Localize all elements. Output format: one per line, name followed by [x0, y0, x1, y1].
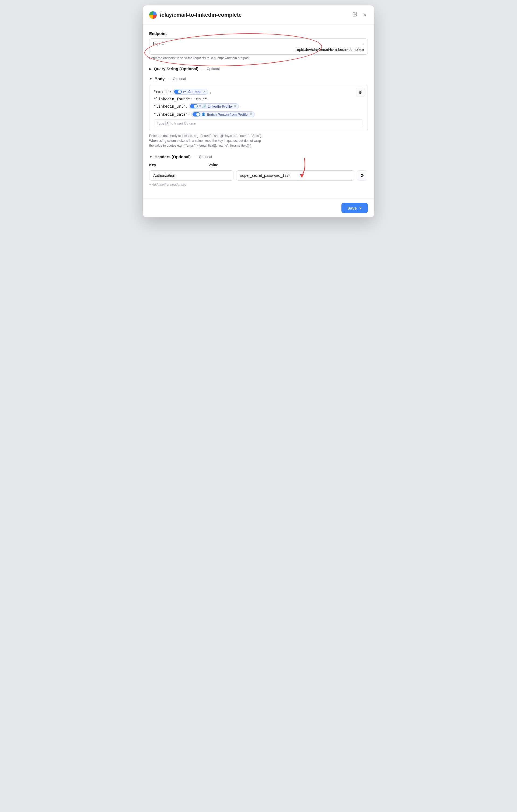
headers-key-col-label: Key — [149, 163, 206, 167]
body-key-email: "email": — [154, 90, 172, 94]
headers-header[interactable]: ▼ Headers (Optional) — Optional — [149, 154, 368, 159]
clay-logo-icon — [149, 11, 157, 19]
edit-icon[interactable] — [351, 11, 358, 19]
endpoint-dash: - — [362, 41, 364, 46]
linkedin-data-token-toggle[interactable] — [193, 112, 200, 116]
linkedin-url-token-link-icon: 🔗 — [202, 105, 206, 108]
endpoint-prefix: https:// — [153, 41, 165, 46]
body-email-suffix: , — [209, 90, 211, 94]
body-line-linkedin-found: "linkedin_found": "true", — [154, 97, 363, 101]
endpoint-input-box[interactable]: https:// - .replit.dev/clay/email-to-lin… — [149, 38, 368, 55]
body-hint: Enter the data body to include, e.g. {"e… — [149, 134, 368, 148]
email-token-pill[interactable]: ≔ @ Email ✕ — [173, 89, 208, 95]
email-token-toggle[interactable] — [174, 90, 182, 94]
email-token-close[interactable]: ✕ — [203, 90, 206, 94]
email-token-label: Email — [193, 90, 201, 94]
body-editor[interactable]: ⚙ "email": ≔ @ Email ✕ , "linkedin_found — [149, 85, 368, 131]
linkedin-data-token-close[interactable]: ✕ — [250, 113, 252, 116]
linkedin-url-token-label: LinkedIn Profile — [208, 105, 232, 109]
headers-row: ⚙ — [149, 170, 368, 180]
body-val-linkedin-found: "true", — [193, 97, 209, 101]
insert-column-row[interactable]: Type / to Insert Column — [154, 119, 363, 127]
linkedin-url-token-pill[interactable]: ⑂ 🔗 LinkedIn Profile ✕ — [189, 103, 239, 109]
endpoint-label: Endpoint — [149, 31, 368, 36]
body-title: Body — [155, 77, 165, 81]
linkedin-data-token-person-icon: 👤 — [201, 113, 206, 116]
modal-footer: Save ∨ — [143, 198, 374, 218]
body-settings-button[interactable]: ⚙ — [356, 88, 365, 97]
insert-column-type-label: Type — [157, 121, 164, 125]
body-line-email: "email": ≔ @ Email ✕ , — [154, 89, 363, 95]
headers-section: ▼ Headers (Optional) — Optional Key Valu… — [149, 154, 368, 186]
modal-header: /clay/email-to-linkedin-complete ✕ — [143, 5, 374, 25]
headers-bottom-hint: + Add another header key — [149, 183, 368, 186]
body-section: ▼ Body — Optional ⚙ "email": ≔ @ Email ✕ — [149, 77, 368, 148]
headers-col-labels: Key Value — [149, 163, 368, 169]
headers-badge: — Optional — [194, 155, 212, 159]
body-line-linkedin-url: "linkedin_url": ⑂ 🔗 LinkedIn Profile ✕ , — [154, 103, 363, 109]
email-token-at-icon: @ — [188, 90, 191, 94]
email-token-list-icon: ≔ — [183, 90, 186, 94]
query-string-header[interactable]: ▶ Query String (Optional) — Optional — [149, 66, 368, 71]
linkedin-url-token-close[interactable]: ✕ — [234, 105, 237, 108]
modal-body: Endpoint https:// - .replit.dev/clay/ema… — [143, 25, 374, 198]
headers-value-input[interactable] — [236, 170, 354, 180]
body-linkedin-url-suffix: , — [240, 104, 242, 109]
body-key-linkedin-data: "linkedin_data": — [154, 112, 190, 116]
close-icon[interactable]: ✕ — [362, 11, 368, 19]
modal-title: /clay/email-to-linkedin-complete — [160, 12, 348, 18]
headers-chevron-icon: ▼ — [149, 155, 153, 159]
endpoint-section: Endpoint https:// - .replit.dev/clay/ema… — [149, 31, 368, 60]
headers-key-input[interactable] — [149, 170, 234, 180]
insert-column-label: to Insert Column — [170, 121, 196, 125]
slash-key: / — [165, 121, 169, 126]
body-line-linkedin-data: "linkedin_data": 👤 Enrich Person from Pr… — [154, 111, 363, 117]
query-string-section: ▶ Query String (Optional) — Optional — [149, 66, 368, 71]
query-string-badge: — Optional — [202, 67, 220, 71]
endpoint-row-1: https:// - — [153, 41, 364, 46]
body-header[interactable]: ▼ Body — Optional — [149, 77, 368, 81]
body-chevron-icon: ▼ — [149, 77, 153, 81]
save-label: Save — [347, 206, 357, 210]
query-string-title: Query String (Optional) — [154, 66, 198, 71]
headers-title: Headers (Optional) — [155, 154, 191, 159]
save-button[interactable]: Save ∨ — [342, 203, 368, 213]
linkedin-data-token-label: Enrich Person from Profile — [207, 113, 248, 116]
linkedin-url-token-toggle[interactable] — [190, 104, 198, 109]
endpoint-row-2: .replit.dev/clay/email-to-linkedin-compl… — [153, 47, 364, 52]
linkedin-url-token-fork-icon: ⑂ — [199, 105, 201, 108]
body-key-linkedin-found: "linkedin_found": — [154, 97, 192, 101]
endpoint-wrapper: https:// - .replit.dev/clay/email-to-lin… — [149, 38, 368, 60]
save-chevron-icon: ∨ — [359, 206, 362, 210]
modal-container: /clay/email-to-linkedin-complete ✕ Endpo… — [143, 5, 374, 218]
body-key-linkedin-url: "linkedin_url": — [154, 104, 188, 109]
headers-value-col-label: Value — [209, 163, 354, 167]
linkedin-data-token-pill[interactable]: 👤 Enrich Person from Profile ✕ — [191, 111, 255, 117]
headers-settings-button[interactable]: ⚙ — [357, 170, 367, 180]
body-badge: — Optional — [168, 77, 186, 81]
endpoint-hint: Enter the endpoint to send the requests … — [149, 56, 368, 60]
query-string-chevron-icon: ▶ — [149, 67, 152, 71]
